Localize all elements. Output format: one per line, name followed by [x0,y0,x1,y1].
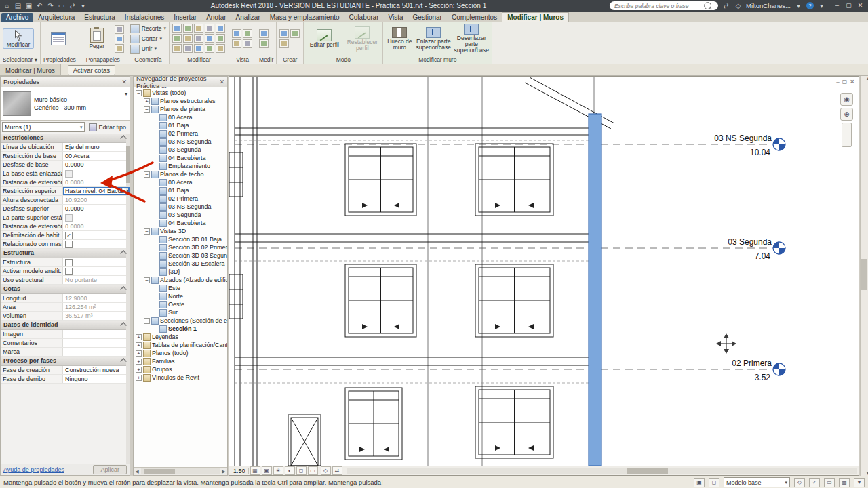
scroll-down-icon[interactable]: ▼ [865,471,868,476]
browser-item[interactable]: −Vistas (todo) [134,89,227,97]
selected-wall[interactable] [589,114,601,466]
browser-item[interactable]: 03 Segunda [134,211,227,219]
browser-item[interactable]: +Tablas de planificación/Cantida [134,341,227,349]
level-marker[interactable]: 03 Segunda 7.04 [728,237,785,261]
level-name[interactable]: 03 NS Segunda [714,134,772,143]
help-caret-icon[interactable]: ▾ [817,2,826,9]
cope-tool[interactable]: Recorte ▾ [130,24,166,33]
window[interactable] [475,264,553,337]
property-row[interactable]: Área126.254 m² [1,303,130,312]
design-option-select[interactable]: Modelo base ▾ [724,477,790,487]
window[interactable] [345,388,402,460]
property-row[interactable]: Longitud12.9000 [1,294,130,303]
visual-style-icon[interactable]: ▣ [262,466,272,475]
property-row[interactable]: Uso estructuralNo portante [1,276,130,285]
properties-help-link[interactable]: Ayuda de propiedades [3,466,64,473]
minimize-button[interactable]: – [832,1,842,10]
copy-tool-icon[interactable] [115,35,124,43]
property-group-header[interactable]: Estructura [1,249,130,258]
browser-item[interactable]: 04 Bacubierta [134,154,227,162]
type-selector-caret-icon[interactable]: ▾ [125,91,127,97]
cope-caret-icon[interactable]: ▾ [164,26,167,31]
level-name[interactable]: 03 Segunda [728,237,772,247]
browser-item[interactable]: +Leyendas [134,333,227,341]
temporary-hide-icon[interactable]: ◇ [321,466,331,475]
ribbon-tab[interactable]: Complementos [447,13,502,22]
property-checkbox[interactable]: ✓ [65,232,73,239]
browser-item[interactable]: 01 Baja [134,186,227,195]
tree-expander-icon[interactable]: − [144,228,150,235]
canvas-hscrollbar[interactable] [347,468,857,474]
user-caret-icon[interactable]: ▾ [794,2,803,9]
tool-icon[interactable] [172,24,182,33]
browser-item[interactable]: 01 Baja [134,121,227,129]
search-icon[interactable] [704,2,711,9]
property-row[interactable]: Volumen36.517 m³ [1,312,130,321]
browser-item[interactable]: −Planos de techo [134,170,227,178]
tool-icon[interactable] [183,24,193,33]
browser-item[interactable]: 03 NS Segunda [134,138,227,146]
property-row[interactable]: Altura desconectada10.9200 [1,196,130,205]
ribbon-tab[interactable]: Instalaciones [120,13,169,22]
ribbon-tab[interactable]: Estructura [79,13,120,22]
browser-item[interactable]: 02 Primera [134,195,227,203]
type-selector[interactable]: Muro básico Genérico - 300 mm ▾ [1,87,130,121]
open-icon[interactable]: ▤ [14,2,22,9]
tool-icon[interactable] [243,29,252,38]
show-crop-icon[interactable]: ▭ [308,466,318,475]
tree-expander-icon[interactable]: + [136,359,142,365]
ribbon-tab[interactable]: Gestionar [408,13,447,22]
sync-icon[interactable]: ⇄ [68,2,77,9]
tree-expander-icon[interactable]: + [136,367,142,373]
browser-item[interactable]: Sección 3D Escalera [134,260,227,268]
undo-icon[interactable]: ↶ [35,2,44,9]
filter-icon[interactable]: ▼ [854,478,865,487]
browser-item[interactable]: +Planos (todo) [134,349,227,357]
wall-window-cut[interactable] [229,152,243,197]
property-checkbox[interactable] [65,268,73,275]
tool-icon[interactable] [259,29,269,38]
browser-item[interactable]: {3D} [134,268,227,276]
ribbon-tab[interactable]: Arquitectura [33,13,79,22]
browser-item[interactable]: Sección 3D 01 Baja [134,235,227,243]
view-close-icon[interactable]: ✕ [850,79,854,85]
browser-item[interactable]: +Planos estructurales [134,97,227,105]
tool-icon[interactable] [205,44,214,53]
edit-profile-button[interactable]: Editar perfil [307,29,342,48]
property-row[interactable]: Estructura [1,258,130,267]
match-type-tool-icon[interactable] [115,44,124,53]
exchange-icon[interactable]: ⇄ [722,2,730,9]
editable-only-icon[interactable]: ✓ [809,478,820,487]
app-menu-icon[interactable]: ⌂ [3,2,12,9]
property-row[interactable]: Relacionado con masa [1,240,130,249]
view-minimize-icon[interactable]: – [836,79,839,85]
window[interactable] [345,264,416,337]
tool-icon[interactable] [183,34,193,43]
browser-item[interactable]: +Grupos [134,365,227,373]
panel-label-modificar-muro[interactable]: Modificar muro [383,56,492,64]
element-filter-dropdown[interactable]: Muros (1) ▾ [2,122,85,132]
shadows-icon[interactable]: ◐ [285,466,295,475]
detach-top-base-button[interactable]: Desenlazar parte superior/base [454,24,489,54]
browser-item[interactable]: Este [134,284,227,292]
tool-icon[interactable] [194,44,203,53]
tool-icon[interactable] [194,24,203,33]
redo-icon[interactable]: ↷ [46,2,55,9]
browser-item[interactable]: 00 Acera [134,178,227,186]
browser-header[interactable]: Navegador de proyectos - Práctica ... ✕ [134,77,227,87]
tool-icon[interactable] [205,34,214,43]
property-checkbox[interactable] [65,214,73,222]
level-marker[interactable]: 02 Primera 3.52 [732,359,785,382]
browser-item[interactable]: Oeste [134,300,227,308]
property-row[interactable]: Comentarios [1,339,130,348]
property-row[interactable]: La parte superior está... [1,214,130,222]
star-icon[interactable]: ◇ [734,2,743,9]
view-scale-button[interactable]: 1:50 [231,468,249,474]
detail-level-icon[interactable]: ▦ [250,466,260,475]
signed-in-user[interactable]: MiltonChanes... [746,2,791,9]
tool-icon[interactable] [205,24,214,33]
property-checkbox[interactable] [65,241,73,248]
browser-close-icon[interactable]: ✕ [219,79,224,85]
property-row[interactable]: Fase de derriboNinguno [1,375,130,384]
ribbon-tab[interactable]: Colaborar [344,13,384,22]
